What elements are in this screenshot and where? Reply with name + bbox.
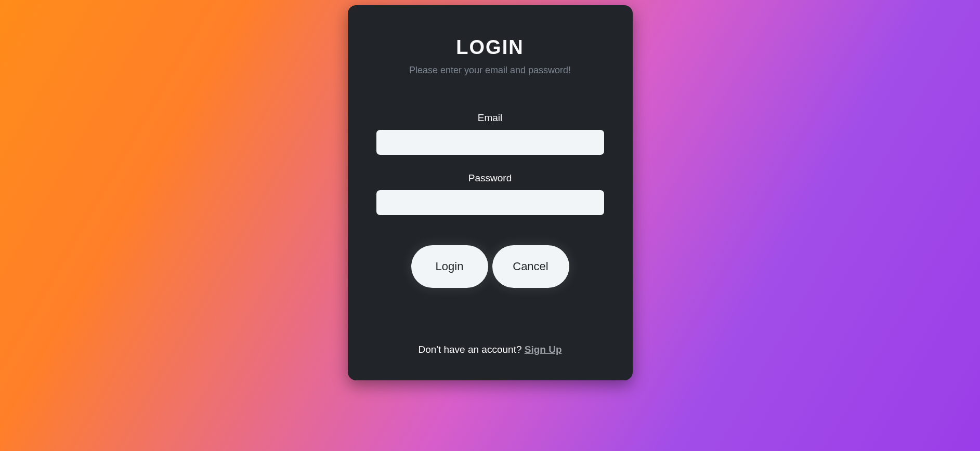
signup-link[interactable]: Sign Up — [525, 344, 562, 355]
footer-text: Don't have an account? — [418, 344, 524, 355]
password-label: Password — [468, 173, 512, 184]
button-row: Login Cancel — [411, 245, 569, 288]
email-label: Email — [478, 112, 503, 124]
email-input[interactable] — [376, 130, 604, 155]
login-card: LOGIN Please enter your email and passwo… — [348, 5, 633, 380]
login-title: LOGIN — [456, 36, 524, 59]
signup-prompt: Don't have an account? Sign Up — [418, 344, 561, 355]
login-button[interactable]: Login — [411, 245, 488, 288]
login-subtitle: Please enter your email and password! — [409, 65, 571, 76]
cancel-button[interactable]: Cancel — [492, 245, 569, 288]
password-input[interactable] — [376, 190, 604, 215]
